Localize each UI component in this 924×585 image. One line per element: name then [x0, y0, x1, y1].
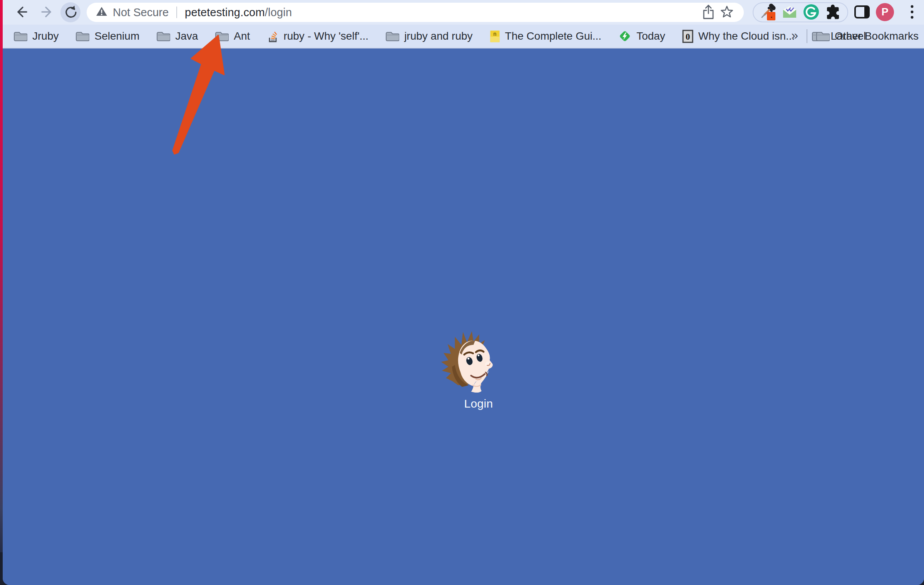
bookmark-label: Other Bookmarks: [835, 30, 919, 42]
bookmarks-bar: Jruby Selenium Java: [3, 25, 924, 48]
folder-icon: [816, 31, 830, 42]
browser-window: Not Secure petetesting.com/login: [3, 0, 924, 585]
profile-avatar[interactable]: P: [876, 3, 894, 21]
back-button[interactable]: [12, 2, 32, 22]
bookmark-label: Selenium: [94, 30, 139, 42]
browser-toolbar: Not Secure petetesting.com/login: [3, 0, 924, 25]
bookmark-label: Jruby: [32, 30, 59, 42]
bookmark-item-other-bookmarks[interactable]: Other Bookmarks: [816, 30, 919, 42]
bookmark-label: The Complete Gui...: [505, 30, 602, 42]
bookmark-item-why-the-cloud[interactable]: 0 Why the Cloud isn...: [682, 30, 795, 43]
bookmark-label: Why the Cloud isn...: [698, 30, 795, 42]
grammarly-extension-button[interactable]: [802, 3, 820, 22]
bookmark-item-jruby-and-ruby[interactable]: jruby and ruby: [385, 30, 472, 42]
bookmark-item-ant[interactable]: Ant: [215, 30, 250, 42]
bookmark-star-button[interactable]: [718, 3, 736, 22]
bookmark-label: ruby - Why 'self'...: [283, 30, 368, 42]
bookmark-label: Today: [636, 30, 665, 42]
zero-badge-icon: 0: [682, 30, 693, 43]
reload-icon: [62, 4, 79, 21]
browser-menu-button[interactable]: [903, 4, 921, 21]
url-text[interactable]: petetesting.com/login: [185, 6, 292, 19]
bookmarks-list: Jruby Selenium Java: [13, 30, 787, 43]
share-button[interactable]: [699, 3, 718, 22]
bookmarks-right-group: » Other Bookmarks: [787, 28, 919, 45]
bookmark-label: jruby and ruby: [404, 30, 472, 42]
three-dot-menu-icon: [910, 4, 914, 21]
bookmarks-overflow-chevron[interactable]: »: [787, 28, 807, 45]
login-mascot-image: [439, 328, 495, 394]
bookmark-item-jruby[interactable]: Jruby: [13, 30, 59, 42]
bookmark-label: Java: [175, 30, 198, 42]
login-link[interactable]: Login: [440, 397, 517, 410]
note-letter: n: [493, 30, 496, 37]
bookmark-item-ruby-self[interactable]: ruby - Why 'self'...: [267, 30, 368, 43]
bookmark-item-today[interactable]: Today: [618, 30, 665, 43]
zero-letter: 0: [686, 32, 690, 42]
reload-button[interactable]: [60, 2, 80, 22]
extensions-pill: [753, 2, 848, 22]
star-icon: [720, 5, 734, 20]
share-icon: [702, 4, 715, 21]
eyedropper-extension-button[interactable]: [759, 3, 777, 22]
url-path: /login: [265, 6, 292, 18]
not-secure-label[interactable]: Not Secure: [113, 6, 169, 19]
back-icon: [14, 4, 30, 21]
side-panel-button[interactable]: [853, 4, 871, 21]
omnibox-separator: [176, 7, 177, 18]
folder-icon: [215, 31, 229, 42]
eyedropper-icon: [760, 3, 777, 22]
page-content: Login: [3, 48, 924, 585]
folder-icon: [385, 31, 399, 42]
yellow-note-icon: n: [490, 30, 500, 43]
feedly-icon: [618, 30, 631, 43]
mailtrack-envelope-icon: [781, 5, 798, 20]
forward-button[interactable]: [37, 2, 57, 22]
bookmark-item-selenium[interactable]: Selenium: [75, 30, 139, 42]
folder-icon: [75, 31, 89, 42]
bookmark-label: Ant: [234, 30, 250, 42]
grammarly-icon: [803, 4, 819, 21]
bookmark-item-the-complete-gui[interactable]: n The Complete Gui...: [490, 30, 602, 43]
bookmark-item-java[interactable]: Java: [156, 30, 198, 42]
folder-icon: [13, 31, 27, 42]
mailtrack-extension-button[interactable]: [780, 3, 799, 22]
extensions-menu-button[interactable]: [824, 3, 842, 22]
url-domain: petetesting.com: [185, 6, 265, 18]
stackoverflow-icon: [267, 30, 278, 43]
forward-icon: [39, 4, 54, 21]
profile-initial: P: [881, 6, 888, 18]
address-bar[interactable]: Not Secure petetesting.com/login: [87, 3, 744, 22]
folder-icon: [156, 31, 170, 42]
not-secure-warning-icon[interactable]: [96, 6, 107, 18]
puzzle-icon: [825, 4, 840, 21]
side-panel-icon: [854, 5, 870, 20]
bookmarks-separator: [807, 29, 807, 43]
